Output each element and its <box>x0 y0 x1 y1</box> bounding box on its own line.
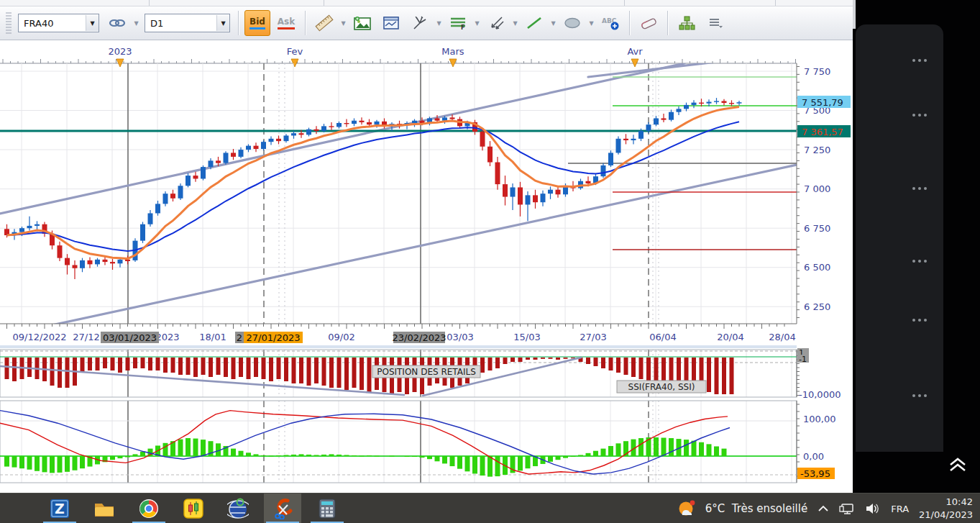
side-panel-body <box>856 24 943 452</box>
folder-icon <box>93 498 116 519</box>
link-charts-button[interactable] <box>104 10 130 36</box>
app-trading[interactable] <box>175 494 212 523</box>
ellipse-icon <box>563 16 582 30</box>
svg-text:7 750: 7 750 <box>804 66 830 77</box>
more-options-button[interactable] <box>907 109 932 121</box>
more-options-button[interactable] <box>907 55 932 66</box>
date-marker-badge: 2 <box>235 332 244 343</box>
candleapp-icon <box>183 498 204 519</box>
ask-button[interactable]: Ask <box>273 10 299 36</box>
svg-text:-1: -1 <box>799 355 807 364</box>
arrow-tool-button[interactable] <box>483 10 509 36</box>
fibonacci-tool-button-dropdown[interactable]: ▼ <box>472 12 482 34</box>
svg-text:27/01/2023: 27/01/2023 <box>247 332 301 343</box>
language-indicator[interactable]: FRA <box>891 504 909 514</box>
sep <box>305 11 306 35</box>
more-options-button[interactable] <box>907 255 932 267</box>
ellipse-tool-button-dropdown[interactable]: ▼ <box>587 12 596 34</box>
app-sphere[interactable] <box>219 494 257 523</box>
app-z-logo[interactable]: Z <box>41 494 78 523</box>
svg-text:SSI(FRA40, SSI): SSI(FRA40, SSI) <box>628 382 695 392</box>
calc-icon <box>317 498 337 519</box>
app-chrome[interactable] <box>130 494 168 523</box>
svg-text:POSITION DES RETAILS: POSITION DES RETAILS <box>377 367 476 377</box>
app-snipping[interactable] <box>264 494 301 523</box>
chrome-icon <box>138 498 160 519</box>
more-options-button[interactable] <box>907 314 932 326</box>
ruler-tool-button-dropdown[interactable]: ▼ <box>339 12 348 34</box>
ssi-panel-title: POSITION DES RETAILS <box>372 365 480 378</box>
svg-text:09/12/2022: 09/12/2022 <box>13 332 67 342</box>
scissors-icon <box>272 498 293 519</box>
clock-time: 10:42 <box>919 496 973 509</box>
svg-text:23/02/2023: 23/02/2023 <box>393 332 447 343</box>
svg-text:2: 2 <box>237 332 242 343</box>
eraser-button[interactable] <box>636 10 661 36</box>
hierarchy-icon <box>678 15 695 31</box>
svg-text:Fev: Fev <box>287 46 303 57</box>
app-file-explorer[interactable] <box>86 494 123 523</box>
chart-area[interactable]: 2023FevMarsAvr7 7507 5007 2507 0006 7506… <box>0 40 853 493</box>
clock-date: 21/04/2023 <box>919 509 973 522</box>
timeframe-combo[interactable]: D1▼ <box>145 14 230 32</box>
network-icon[interactable] <box>839 502 855 515</box>
indicators-button[interactable] <box>674 10 700 36</box>
more-options-button[interactable] <box>907 183 932 194</box>
window-top-strip <box>0 0 853 6</box>
svg-text:Avr: Avr <box>627 46 643 57</box>
trendline-tool-button-dropdown[interactable]: ▼ <box>549 12 558 34</box>
fib-icon: F <box>449 16 467 30</box>
chart-window-button[interactable] <box>378 10 404 36</box>
svg-text:20/04: 20/04 <box>717 332 743 342</box>
current-price-badge: 7 551,79 <box>797 96 851 108</box>
svg-text:0,00: 0,00 <box>803 451 824 462</box>
weather-sun-icon <box>675 498 700 519</box>
ruler-icon <box>315 14 334 32</box>
weather-widget[interactable]: 6°C Très ensoleillé <box>675 498 808 519</box>
tray-chevron-up-icon[interactable] <box>818 504 829 513</box>
photo-icon <box>354 16 371 30</box>
more-options-button[interactable] <box>907 390 932 401</box>
fibonacci-tool-button[interactable]: F <box>445 10 471 36</box>
pitchfork-tool-button[interactable] <box>407 10 433 36</box>
panel-divider <box>149 0 150 6</box>
svg-text:6 750: 6 750 <box>804 223 830 234</box>
save-image-button[interactable] <box>349 10 375 36</box>
date-marker-badge: 23/02/2023 <box>393 332 447 343</box>
panel-divider <box>624 0 625 6</box>
pitchfork-tool-button-dropdown[interactable]: ▼ <box>434 12 444 34</box>
chevron-down-icon[interactable]: ▼ <box>216 15 229 31</box>
symbol-combo[interactable]: FRA40▼ <box>18 14 99 32</box>
svg-text:27/03: 27/03 <box>580 332 606 342</box>
clock[interactable]: 10:42 21/04/2023 <box>919 496 973 521</box>
sphere-icon <box>227 498 249 519</box>
svg-text:2023: 2023 <box>108 46 132 57</box>
svg-text:27/12: 27/12 <box>73 332 99 342</box>
link-charts-button-dropdown[interactable]: ▼ <box>132 12 141 34</box>
line-icon <box>526 16 543 30</box>
listmenu-icon <box>707 17 723 29</box>
sep <box>238 11 239 35</box>
arrow-tool-button-dropdown[interactable]: ▼ <box>510 12 520 34</box>
text-label-button[interactable]: ABC <box>597 10 623 36</box>
app-calculator[interactable] <box>308 494 346 523</box>
volume-icon[interactable] <box>865 502 881 515</box>
system-tray: 6°C Très ensoleillé FRA 10:42 21/04/202 <box>675 494 973 523</box>
chart-menu-button[interactable] <box>702 10 728 36</box>
trendline-tool-button[interactable] <box>521 10 547 36</box>
chart-scrollbar[interactable] <box>0 345 797 348</box>
svg-text:03/03: 03/03 <box>447 332 473 342</box>
ellipse-tool-button[interactable] <box>559 10 585 36</box>
ruler-tool-button[interactable] <box>311 10 337 36</box>
price-chart-svg[interactable]: 2023FevMarsAvr7 7507 5007 2507 0006 7506… <box>0 40 853 493</box>
bid-button[interactable]: Bid <box>244 10 270 36</box>
panel-divider <box>324 0 324 6</box>
svg-text:06/04: 06/04 <box>649 332 676 342</box>
chevron-double-up-icon[interactable] <box>945 454 971 476</box>
date-marker-badge: 27/01/2023 <box>244 332 303 343</box>
windows-taskbar: 6°C Très ensoleillé FRA 10:42 21/04/202 <box>0 493 980 523</box>
watchlist-side-panel <box>853 0 980 493</box>
chevron-down-icon[interactable]: ▼ <box>86 15 99 31</box>
svg-text:2023: 2023 <box>155 332 179 342</box>
oscillator-value-badge: -53,95 <box>797 468 835 479</box>
